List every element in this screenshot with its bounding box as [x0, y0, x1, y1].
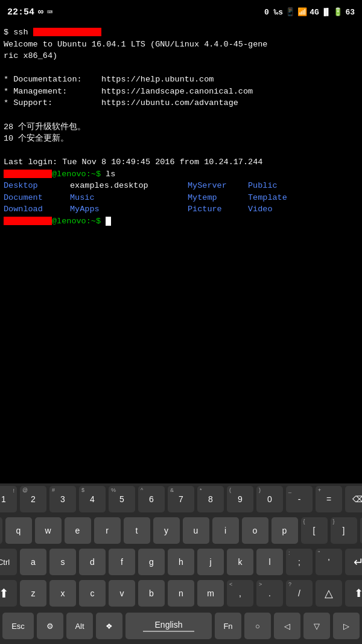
key-h[interactable]: h: [168, 549, 194, 575]
signal-bars: ▐▌: [322, 8, 331, 17]
key-g[interactable]: g: [138, 549, 165, 575]
key-j[interactable]: j: [197, 549, 224, 575]
space-bar[interactable]: English: [125, 613, 212, 639]
ctrl-key[interactable]: Ctrl: [0, 549, 17, 575]
key-e[interactable]: e: [65, 517, 91, 544]
key-period[interactable]: >.: [256, 580, 283, 607]
key-backslash[interactable]: |\: [360, 517, 363, 544]
status-right: 0 ‰s 📱 📶 4G ▐▌ 🔋 63: [264, 7, 355, 17]
tab-key[interactable]: ⇥: [0, 517, 2, 544]
key-arrow-up[interactable]: ⬆: [345, 580, 362, 607]
key-p[interactable]: p: [272, 517, 298, 544]
backspace-key[interactable]: ⌫: [345, 486, 362, 512]
enter-key[interactable]: ↵: [345, 549, 362, 575]
terminal-mgmt: * Management: https://landscape.canonica…: [4, 86, 358, 98]
logo-key[interactable]: ❖: [96, 613, 122, 639]
battery-icon: 🔋: [333, 7, 343, 17]
battery-level: 63: [345, 8, 355, 17]
key-u[interactable]: u: [183, 517, 209, 544]
key-o[interactable]: o: [242, 517, 268, 544]
terminal-welcome2: ric x86_64): [4, 50, 358, 62]
key-c[interactable]: c: [79, 580, 106, 607]
keyboard-bottom-row: Esc ⚙ Alt ❖ English Fn ○ ◁ ▽ ▷: [0, 609, 362, 644]
terminal-upgrades: 28 个可升级软件包。: [4, 121, 358, 133]
wifi-icon: 📶: [297, 7, 307, 17]
key-equals[interactable]: +=: [316, 486, 342, 512]
forward-key[interactable]: ▷: [333, 613, 360, 639]
key-t[interactable]: t: [124, 517, 150, 544]
terminal-prompt1: @lenovo:~$ ls: [4, 168, 358, 180]
key-y[interactable]: y: [153, 517, 180, 544]
network-4g: 4G: [310, 8, 319, 17]
key-k[interactable]: k: [227, 549, 253, 575]
key-2[interactable]: @2: [20, 486, 46, 512]
data-indicator: 0 ‰s: [264, 8, 283, 17]
fn-key[interactable]: Fn: [215, 613, 241, 639]
logo-icon: ❖: [106, 622, 113, 631]
key-x[interactable]: x: [49, 580, 76, 607]
shift-key[interactable]: ⬆: [0, 580, 17, 607]
key-comma[interactable]: <,: [227, 580, 253, 607]
ls-row2: Document Music Mytemp Template: [4, 192, 358, 204]
keyboard-row-zxcv: ⬆ z x c v b n m <, >. ?/ △ ⬆: [0, 578, 362, 609]
prompt-dollar: $ ssh: [4, 28, 33, 37]
key-b[interactable]: b: [138, 580, 165, 607]
key-lbracket[interactable]: {[: [301, 517, 328, 544]
key-slash[interactable]: ?/: [286, 580, 313, 607]
key-f[interactable]: f: [109, 549, 135, 575]
key-4[interactable]: $4: [79, 486, 106, 512]
key-m[interactable]: m: [197, 580, 224, 607]
ls-row1: Desktop examples.desktop MyServer Public: [4, 180, 358, 192]
key-l[interactable]: l: [256, 549, 283, 575]
terminal-prompt2: @lenovo:~$: [4, 215, 358, 228]
key-w[interactable]: w: [35, 517, 62, 544]
key-9[interactable]: (9: [227, 486, 253, 512]
key-7[interactable]: &7: [168, 486, 194, 512]
status-left: 22:54 ∞ ⌨: [7, 7, 52, 18]
ls-row3: Download MyApps Picture Video: [4, 203, 358, 215]
key-q[interactable]: q: [5, 517, 32, 544]
key-1[interactable]: ~1!: [0, 486, 17, 512]
keyboard-row-qwerty: ⇥ q w e r t y u i o p {[ }] |\: [0, 515, 362, 546]
key-3[interactable]: #3: [49, 486, 76, 512]
terminal-lastlogin: Last login: Tue Nov 8 10:49:45 2016 from…: [4, 156, 358, 168]
space-bar-underline: [143, 631, 195, 632]
key-triangle-up[interactable]: △: [316, 580, 342, 607]
esc-key[interactable]: Esc: [2, 613, 34, 639]
down-icon: ▽: [314, 622, 320, 631]
key-5[interactable]: %5: [109, 486, 135, 512]
terminal-line-ssh: $ ssh: [4, 27, 358, 39]
redacted-user2: [4, 217, 52, 225]
key-d[interactable]: d: [79, 549, 106, 575]
settings-icon: ⚙: [46, 622, 54, 631]
key-rbracket[interactable]: }]: [331, 517, 357, 544]
key-minus[interactable]: _-: [286, 486, 313, 512]
alt-key[interactable]: Alt: [66, 613, 93, 639]
keyboard-row-asdf: Ctrl a s d f g h j k l :; "' ↵: [0, 546, 362, 578]
key-a[interactable]: a: [20, 549, 46, 575]
key-n[interactable]: n: [168, 580, 194, 607]
key-i[interactable]: i: [212, 517, 239, 544]
keyboard: ~1! @2 #3 $4 %5 ^6 &7 *8 (9 )0 _- += ⌫ ⇥…: [0, 483, 362, 644]
phone-icon: 📱: [285, 7, 295, 17]
settings-icon-key[interactable]: ⚙: [37, 613, 63, 639]
circle-key[interactable]: ○: [244, 613, 271, 639]
key-8[interactable]: *8: [197, 486, 224, 512]
key-r[interactable]: r: [94, 517, 121, 544]
key-s[interactable]: s: [49, 549, 76, 575]
redacted-host: [33, 28, 101, 36]
key-z[interactable]: z: [20, 580, 46, 607]
key-6[interactable]: ^6: [138, 486, 165, 512]
key-semicolon[interactable]: :;: [286, 549, 313, 575]
back-key[interactable]: ◁: [274, 613, 300, 639]
down-key[interactable]: ▽: [303, 613, 330, 639]
key-v[interactable]: v: [109, 580, 135, 607]
redacted-user1: [4, 170, 52, 178]
terminal-doc: * Documentation: https://help.ubuntu.com: [4, 74, 358, 86]
forward-icon: ▷: [343, 622, 349, 631]
back-icon: ◁: [284, 622, 290, 631]
status-bar: 22:54 ∞ ⌨ 0 ‰s 📱 📶 4G ▐▌ 🔋 63: [0, 0, 362, 24]
key-0[interactable]: )0: [256, 486, 283, 512]
keyboard-icon: ⌨: [47, 7, 52, 18]
key-quote[interactable]: "': [316, 549, 342, 575]
